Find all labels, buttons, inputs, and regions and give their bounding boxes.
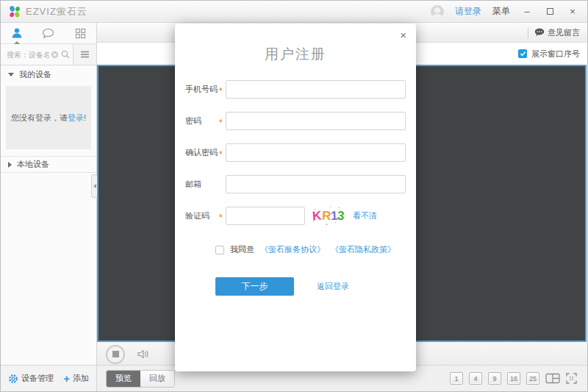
hamburger-icon — [80, 51, 90, 58]
feedback-button[interactable]: 意见留言 — [534, 27, 580, 38]
login-notice-panel: 您没有登录，请登录! — [6, 86, 91, 149]
search-input[interactable] — [1, 45, 51, 65]
tab-preview[interactable]: 预览 — [107, 371, 140, 387]
ezviz-flower-icon — [8, 5, 21, 18]
user-avatar[interactable] — [431, 5, 444, 18]
required-marker: * — [219, 148, 226, 158]
toolbar-divider — [528, 27, 528, 38]
sidebar-collapse-handle[interactable] — [91, 174, 97, 198]
maximize-button[interactable] — [544, 6, 556, 18]
device-search-bar — [1, 44, 96, 65]
layout-buttons: 1 4 9 16 25 — [450, 372, 577, 385]
required-marker: * — [219, 211, 226, 221]
sidebar-footer: 设备管理 + 添加 — [1, 365, 96, 391]
dialog-close-button[interactable]: × — [400, 29, 406, 41]
show-window-number-checkbox[interactable] — [518, 49, 527, 58]
captcha-input[interactable] — [226, 207, 305, 225]
captcha-refresh-link[interactable]: 看不清 — [353, 210, 377, 221]
chat-bubble-icon — [42, 28, 54, 39]
password-row: 密码 * — [185, 112, 406, 130]
sidebar-tab-devices[interactable] — [1, 23, 32, 43]
agree-label: 我同意 — [230, 244, 254, 255]
agreement-row: 我同意 《萤石服务协议》 《萤石隐私政策》 — [215, 244, 416, 255]
email-label: 邮箱 — [185, 179, 219, 190]
split-layout-icon — [545, 373, 560, 384]
feedback-label: 意见留言 — [548, 27, 580, 38]
my-devices-label: 我的设备 — [19, 69, 51, 80]
titlebar: EZVIZ萤石云 请登录 菜单 – × — [1, 1, 587, 23]
device-manage-button[interactable]: 设备管理 — [8, 373, 54, 384]
back-to-login-link[interactable]: 返回登录 — [317, 281, 349, 292]
dialog-actions: 下一步 返回登录 — [215, 277, 416, 296]
captcha-char: K — [312, 209, 323, 222]
confirm-password-label: 确认密码 — [185, 147, 219, 158]
captcha-char: 3 — [337, 210, 345, 223]
email-row: 邮箱 — [185, 175, 406, 193]
app-logo: EZVIZ萤石云 — [8, 5, 87, 18]
clear-icon[interactable] — [51, 51, 59, 59]
fullscreen-button[interactable] — [566, 373, 577, 384]
required-marker: * — [219, 85, 226, 95]
confirm-password-row: 确认密码 * — [185, 143, 406, 162]
caret-right-icon — [8, 162, 12, 168]
search-icon[interactable] — [61, 50, 70, 59]
email-input[interactable] — [226, 175, 406, 193]
captcha-row: 验证码 * K R 1 3 看不清 — [185, 207, 406, 225]
registration-dialog: × 用户注册 手机号码 * 密码 * 确认密码 * 邮箱 — [175, 24, 416, 371]
password-label: 密码 — [185, 115, 219, 126]
stop-icon — [112, 351, 119, 357]
volume-button[interactable] — [137, 349, 149, 360]
captcha-label: 验证码 — [185, 210, 219, 221]
phone-input[interactable] — [226, 80, 406, 99]
layout-16-button[interactable]: 16 — [507, 372, 520, 385]
sidebar-tab-gallery[interactable] — [65, 23, 96, 43]
stop-button[interactable] — [106, 345, 125, 364]
section-my-devices[interactable]: 我的设备 — [1, 65, 96, 83]
registration-form: 手机号码 * 密码 * 确认密码 * 邮箱 验证码 * — [175, 80, 416, 225]
service-agreement-link[interactable]: 《萤石服务协议》 — [260, 244, 325, 255]
show-window-number-label: 展示窗口序号 — [531, 49, 580, 60]
required-marker-empty — [219, 183, 226, 186]
next-step-button[interactable]: 下一步 — [215, 277, 294, 296]
close-button[interactable]: × — [567, 6, 578, 18]
login-notice-link[interactable]: 登录 — [68, 113, 84, 122]
agree-checkbox[interactable] — [215, 246, 224, 254]
password-input[interactable] — [226, 112, 406, 130]
check-icon — [520, 51, 526, 57]
local-devices-label: 本地设备 — [17, 159, 49, 170]
person-icon — [11, 27, 23, 39]
tab-playback[interactable]: 回放 — [140, 371, 174, 387]
app-window: EZVIZ萤石云 请登录 菜单 – × — [0, 0, 588, 392]
app-title: EZVIZ萤石云 — [26, 5, 87, 18]
add-device-button[interactable]: + 添加 — [63, 373, 89, 384]
layout-1-button[interactable]: 1 — [450, 372, 463, 385]
confirm-password-input[interactable] — [226, 143, 406, 162]
titlebar-menu[interactable]: 菜单 — [492, 5, 510, 18]
layout-25-button[interactable]: 25 — [526, 372, 539, 385]
plus-icon: + — [63, 374, 70, 383]
fullscreen-icon — [566, 373, 577, 384]
required-marker: * — [219, 116, 226, 126]
minimize-button[interactable]: – — [521, 6, 533, 18]
device-manage-label: 设备管理 — [21, 373, 54, 384]
speaker-icon — [137, 349, 149, 360]
add-device-label: 添加 — [73, 373, 89, 384]
sidebar-tabs — [1, 23, 96, 44]
sidebar-tab-messages[interactable] — [32, 23, 64, 43]
custom-layout-button[interactable] — [545, 373, 560, 384]
collapse-arrow-icon — [93, 184, 96, 188]
titlebar-login-link[interactable]: 请登录 — [455, 5, 481, 18]
grid-icon — [75, 28, 86, 39]
list-filter-button[interactable] — [73, 44, 96, 65]
section-local-devices[interactable]: 本地设备 — [1, 156, 96, 173]
privacy-policy-link[interactable]: 《萤石隐私政策》 — [331, 244, 395, 255]
layout-4-button[interactable]: 4 — [469, 372, 482, 385]
phone-row: 手机号码 * — [185, 80, 406, 99]
sidebar: 我的设备 您没有登录，请登录! 本地设备 设备管理 + 添加 — [1, 23, 97, 391]
phone-label: 手机号码 — [185, 84, 219, 95]
captcha-char: R — [321, 210, 331, 223]
login-notice-text: 您没有登录，请登录! — [11, 113, 86, 124]
captcha-image[interactable]: K R 1 3 — [311, 205, 346, 227]
caret-down-icon — [8, 73, 14, 76]
layout-9-button[interactable]: 9 — [488, 372, 501, 385]
